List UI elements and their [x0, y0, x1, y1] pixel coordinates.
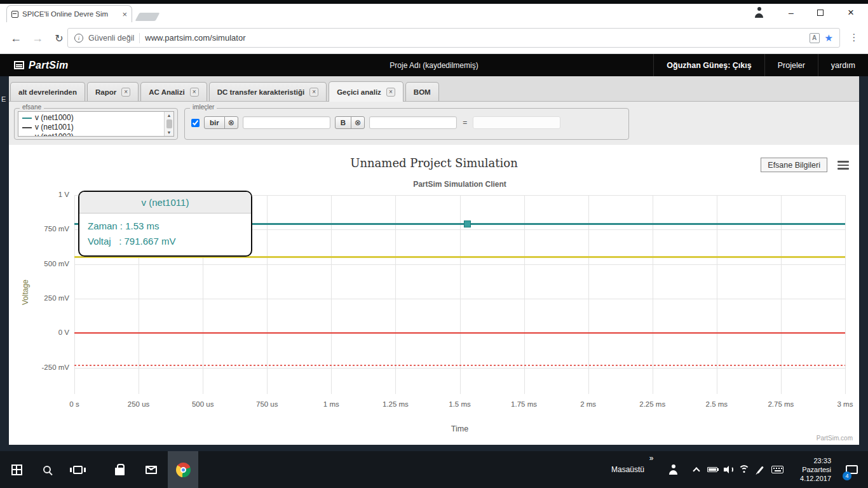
legend-info-button[interactable]: Efsane Bilgileri — [761, 158, 827, 172]
reload-button[interactable]: ↻ — [50, 29, 69, 48]
clock-date: 4.12.2017 — [800, 474, 831, 483]
chart-menu-icon[interactable] — [837, 161, 849, 170]
window-maximize-button[interactable] — [806, 4, 835, 22]
y-tick-label: 0 V — [25, 329, 69, 336]
x-gridline — [845, 195, 846, 394]
page-background: E alt devrelerindenRapor×AC Analizi×DC t… — [0, 76, 868, 451]
y-tick-label: -250 mV — [25, 363, 69, 371]
window-close-button[interactable]: × — [836, 4, 865, 22]
cursor-a-remove-icon[interactable]: ⊗ — [224, 116, 238, 129]
x-tick-label: 2.5 ms — [695, 400, 739, 408]
projects-button[interactable]: Projeler — [764, 54, 818, 76]
tray-expand-button[interactable] — [689, 451, 704, 488]
doc-tab-rapor[interactable]: Rapor× — [87, 82, 139, 101]
cursor-a-button[interactable]: bir — [204, 116, 225, 129]
cursor-delta-input[interactable] — [473, 116, 560, 129]
doc-tab-label: BOM — [414, 88, 431, 96]
y-axis-label: Voltage — [21, 261, 30, 324]
bookmark-star-icon[interactable]: ★ — [825, 32, 833, 44]
tab-close-icon[interactable]: × — [386, 88, 395, 97]
people-icon — [668, 464, 679, 475]
back-button[interactable]: ← — [6, 29, 25, 48]
legend-item[interactable]: v (net1002) — [22, 132, 163, 137]
action-center-button[interactable]: 4 — [837, 451, 865, 488]
doc-tab-dc-transfer-karakteristi-i[interactable]: DC transfer karakteristiği× — [209, 82, 327, 101]
info-icon[interactable]: i — [74, 34, 83, 43]
url-text: www.partsim.com/simulator — [145, 33, 245, 43]
chevron-up-icon — [693, 467, 700, 474]
y-tick-label: 750 mV — [25, 225, 69, 233]
x-tick-label: 1.75 ms — [502, 400, 546, 408]
tooltip-voltage-value: Voltaj : 791.667 mV — [88, 234, 243, 249]
pen-tray-button[interactable] — [752, 451, 768, 488]
people-tray-button[interactable] — [665, 451, 682, 488]
volume-tray-button[interactable] — [721, 451, 736, 488]
cursor-b-button[interactable]: B — [335, 116, 351, 129]
window-minimize-button[interactable]: – — [776, 4, 806, 22]
y-gridline — [74, 368, 845, 369]
series-color-dash — [22, 137, 32, 137]
desktop-toolbar-label[interactable]: Masaüstü — [607, 451, 648, 488]
chart-tooltip: v (net1011) Zaman : 1.53 ms Voltaj : 791… — [78, 191, 252, 257]
tab-close-icon[interactable]: × — [309, 88, 318, 97]
task-view-icon — [73, 466, 83, 474]
browser-tab[interactable]: SPICE'li Online Devre Sim × — [6, 5, 132, 22]
translate-icon[interactable]: A — [810, 33, 820, 43]
scroll-down-icon[interactable]: ▼ — [167, 130, 172, 135]
x-tick-label: 2.75 ms — [759, 400, 803, 408]
clock-tray-button[interactable]: 23:33 Pazartesi 4.12.2017 — [790, 451, 832, 488]
security-label: Güvenli değil — [88, 34, 134, 43]
network-tray-button[interactable] — [736, 451, 752, 488]
tab-close-icon[interactable]: × — [121, 88, 130, 97]
partsim-logo-text: PartSim — [29, 60, 69, 71]
legend-fieldset: efsane v (net1000)v (net1001)v (net1002)… — [14, 108, 178, 140]
doc-tab-bom[interactable]: BOM — [405, 82, 439, 101]
forward-button[interactable]: → — [28, 29, 47, 48]
browser-profile-icon[interactable] — [752, 7, 766, 21]
wifi-icon — [738, 465, 750, 474]
cursor-marker[interactable] — [464, 220, 471, 227]
keyboard-tray-button[interactable] — [768, 451, 787, 488]
tab-close-icon[interactable]: × — [190, 88, 199, 97]
address-bar[interactable]: i Güvenli değil www.partsim.com/simulato… — [67, 28, 840, 48]
cursor-b-value-input[interactable] — [369, 116, 457, 129]
scroll-up-icon[interactable]: ▲ — [167, 113, 172, 118]
chart-watermark: PartSim.com — [817, 435, 853, 442]
cursors-fieldset: imleçler bir ⊗ B ⊗ = — [184, 108, 629, 140]
legend-fieldset-label: efsane — [20, 104, 44, 111]
store-taskbar-button[interactable] — [105, 451, 133, 488]
cursor-a-checkbox[interactable] — [191, 119, 200, 127]
legend-item-label: v (net1002) — [35, 132, 74, 137]
legend-scrollbar[interactable]: ▲ ▼ — [164, 112, 173, 136]
chrome-taskbar-button[interactable] — [168, 451, 198, 488]
tooltip-series-name: v (net1011) — [79, 192, 251, 214]
legend-item[interactable]: v (net1000) — [22, 113, 163, 123]
mail-taskbar-button[interactable] — [137, 451, 165, 488]
new-tab-button[interactable] — [135, 13, 160, 21]
browser-menu-icon[interactable]: ⋮ — [846, 30, 862, 45]
battery-tray-button[interactable] — [704, 451, 721, 488]
doc-tab-ac-analizi[interactable]: AC Analizi× — [140, 82, 207, 101]
partsim-logo[interactable]: PartSim — [14, 54, 69, 76]
start-button[interactable] — [3, 451, 31, 488]
doc-tab-label: AC Analizi — [149, 88, 184, 96]
user-logout-link[interactable]: Oğuzhan Güneş: Çıkış — [653, 54, 764, 76]
task-view-button[interactable] — [64, 451, 92, 488]
tooltip-body: Zaman : 1.53 ms Voltaj : 791.667 mV — [79, 214, 251, 249]
doc-tab-ge-ici-analiz[interactable]: Geçici analiz× — [329, 81, 403, 102]
chart-subtitle: PartSim Simulation Client — [74, 180, 845, 189]
windows-logo-icon — [11, 464, 22, 475]
cursor-b-remove-icon[interactable]: ⊗ — [351, 116, 365, 129]
taskbar-search-button[interactable] — [33, 451, 61, 488]
scrollbar-thumb[interactable] — [166, 119, 172, 128]
x-tick-label: 0 s — [52, 400, 97, 408]
battery-icon — [707, 467, 717, 472]
legend-item[interactable]: v (net1001) — [22, 123, 163, 132]
help-button[interactable]: yardım — [818, 54, 868, 76]
cursor-a-value-input[interactable] — [243, 116, 330, 129]
y-tick-label: 250 mV — [25, 294, 69, 302]
doc-tab-alt-devrelerinden[interactable]: alt devrelerinden — [10, 82, 85, 101]
clock-day: Pazartesi — [802, 465, 831, 474]
x-tick-label: 1.5 ms — [438, 400, 482, 408]
tab-close-icon[interactable]: × — [122, 10, 127, 18]
